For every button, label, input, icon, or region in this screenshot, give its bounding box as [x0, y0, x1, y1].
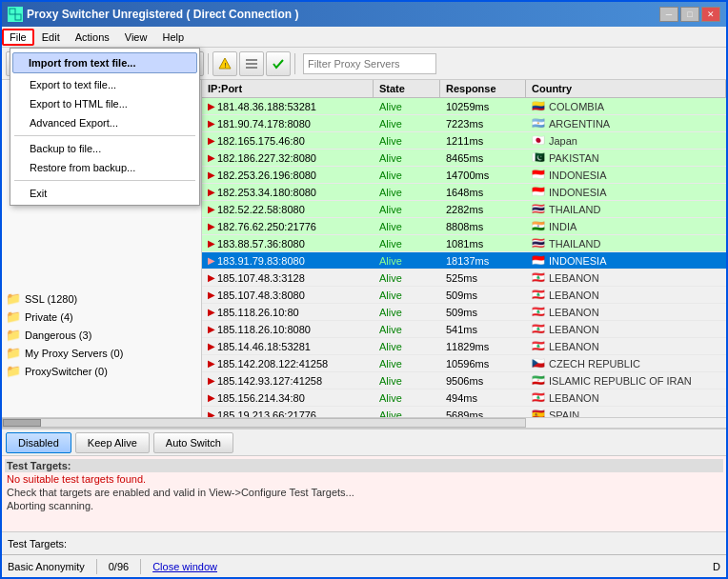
sidebar-item-proxyswitcher[interactable]: 📁 ProxySwitcher (0) — [2, 362, 201, 380]
maximize-button[interactable]: □ — [680, 7, 699, 22]
cell-country: 🇨🇿 CZECH REPUBLIC — [526, 355, 726, 371]
cell-country: 🇨🇴 COLOMBIA — [526, 98, 726, 114]
cell-state: Alive — [374, 98, 440, 114]
menu-backup[interactable]: Backup to file... — [10, 139, 199, 158]
folder-icon-private: 📁 — [6, 309, 21, 324]
col-country: Country — [526, 80, 726, 97]
country-name: LEBANON — [549, 307, 599, 318]
sidebar-item-myproxy[interactable]: 📁 My Proxy Servers (0) — [2, 344, 201, 362]
cell-response: 2282ms — [440, 201, 526, 217]
window-title: Proxy Switcher Unregistered ( Direct Con… — [27, 8, 298, 21]
ip-text: 185.142.208.122:41258 — [217, 358, 328, 369]
ip-text: 185.14.46.18:53281 — [217, 341, 311, 352]
menu-view[interactable]: View — [117, 30, 155, 45]
menu-restore[interactable]: Restore from backup... — [10, 158, 199, 177]
table-row[interactable]: ▶ 182.165.175.46:80 Alive 1211ms 🇯🇵 Japa… — [202, 132, 726, 150]
cell-response: 7223ms — [440, 115, 526, 131]
sidebar-item-ssl[interactable]: 📁 SSL (1280) — [2, 290, 201, 308]
cell-response: 5689ms — [440, 407, 526, 417]
cell-ip: ▶ 185.118.26.10:8080 — [202, 321, 374, 337]
table-row[interactable]: ▶ 183.88.57.36:8080 Alive 1081ms 🇹🇭 THAI… — [202, 235, 726, 252]
menu-sep-2 — [14, 180, 195, 181]
proxy-status-icon: ▶ — [208, 307, 215, 317]
check-button[interactable] — [266, 51, 291, 76]
table-row[interactable]: ▶ 185.142.93.127:41258 Alive 9506ms 🇮🇷 I… — [202, 372, 726, 389]
ip-text: 182.253.34.180:8080 — [217, 187, 316, 198]
close-button[interactable]: ✕ — [701, 7, 720, 22]
table-row[interactable]: ▶ 182.76.62.250:21776 Alive 8808ms 🇮🇳 IN… — [202, 218, 726, 235]
cell-ip: ▶ 185.156.214.34:80 — [202, 389, 374, 406]
ip-text: 185.107.48.3:3128 — [217, 272, 305, 284]
menu-help[interactable]: Help — [154, 30, 192, 45]
table-row[interactable]: ▶ 183.91.79.83:8080 Alive 18137ms 🇮🇩 IND… — [202, 252, 726, 270]
cell-country: 🇱🇧 LEBANON — [526, 321, 726, 337]
cell-country: 🇵🇰 PAKISTAN — [526, 150, 726, 166]
cell-state: Alive — [374, 355, 440, 371]
close-window-label[interactable]: Close window — [152, 561, 217, 572]
sidebar-label-proxyswitcher: ProxySwitcher (0) — [25, 366, 108, 377]
cell-response: 10596ms — [440, 355, 526, 371]
cell-ip: ▶ 185.142.208.122:41258 — [202, 355, 374, 371]
svg-rect-12 — [246, 59, 257, 61]
table-row[interactable]: ▶ 181.48.36.188:53281 Alive 10259ms 🇨🇴 C… — [202, 98, 726, 115]
menu-advanced-export[interactable]: Advanced Export... — [10, 113, 199, 132]
table-row[interactable]: ▶ 182.52.22.58:8080 Alive 2282ms 🇹🇭 THAI… — [202, 201, 726, 218]
filter-input[interactable] — [303, 53, 436, 74]
menu-exit[interactable]: Exit — [10, 184, 199, 203]
ip-text: 185.118.26.10:80 — [217, 307, 299, 318]
proxy-status-icon: ▶ — [208, 101, 215, 111]
table-row[interactable]: ▶ 185.156.214.34:80 Alive 494ms 🇱🇧 LEBAN… — [202, 389, 726, 407]
table-row[interactable]: ▶ 185.107.48.3:3128 Alive 525ms 🇱🇧 LEBAN… — [202, 270, 726, 287]
cell-response: 1081ms — [440, 235, 526, 251]
sidebar-item-dangerous[interactable]: 📁 Dangerous (3) — [2, 326, 201, 344]
menu-import-text[interactable]: Import from text file... — [12, 52, 197, 73]
auto-switch-button[interactable]: Auto Switch — [153, 432, 233, 453]
menu-file[interactable]: File — [2, 29, 34, 46]
table-row[interactable]: ▶ 185.107.48.3:8080 Alive 509ms 🇱🇧 LEBAN… — [202, 287, 726, 304]
country-name: THAILAND — [549, 204, 600, 215]
disabled-button[interactable]: Disabled — [6, 432, 71, 453]
cell-country: 🇱🇧 LEBANON — [526, 304, 726, 320]
table-row[interactable]: ▶ 182.186.227.32:8080 Alive 8465ms 🇵🇰 PA… — [202, 150, 726, 167]
sidebar-item-private[interactable]: 📁 Private (4) — [2, 308, 201, 326]
menu-actions[interactable]: Actions — [68, 30, 117, 45]
country-name: Japan — [549, 135, 577, 147]
country-flag: 🇦🇷 — [532, 117, 545, 130]
table-row[interactable]: ▶ 182.253.26.196:8080 Alive 14700ms 🇮🇩 I… — [202, 167, 726, 184]
menu-export-html[interactable]: Export to HTML file... — [10, 94, 199, 113]
table-row[interactable]: ▶ 185.19.213.66:21776 Alive 5689ms 🇪🇸 SP… — [202, 407, 726, 417]
cell-response: 1648ms — [440, 184, 526, 200]
list-button[interactable] — [239, 51, 264, 76]
log-header: Test Targets: — [5, 459, 723, 472]
country-flag: 🇮🇩 — [532, 254, 545, 267]
country-flag: 🇮🇳 — [532, 220, 545, 232]
cell-ip: ▶ 181.90.74.178:8080 — [202, 115, 374, 131]
title-bar: Proxy Switcher Unregistered ( Direct Con… — [2, 2, 726, 27]
cell-ip: ▶ 185.142.93.127:41258 — [202, 372, 374, 389]
country-name: LEBANON — [549, 341, 599, 352]
cell-ip: ▶ 185.14.46.18:53281 — [202, 338, 374, 354]
table-row[interactable]: ▶ 182.253.34.180:8080 Alive 1648ms 🇮🇩 IN… — [202, 184, 726, 201]
cell-country: 🇮🇩 INDONESIA — [526, 252, 726, 269]
menu-export-text[interactable]: Export to text file... — [10, 75, 199, 94]
ip-text: 182.52.22.58:8080 — [217, 204, 305, 215]
table-row[interactable]: ▶ 185.14.46.18:53281 Alive 11829ms 🇱🇧 LE… — [202, 338, 726, 355]
menu-edit[interactable]: Edit — [34, 30, 68, 45]
table-row[interactable]: ▶ 185.118.26.10:8080 Alive 541ms 🇱🇧 LEBA… — [202, 321, 726, 338]
minimize-button[interactable]: ─ — [659, 7, 678, 22]
sidebar-label-dangerous: Dangerous (3) — [25, 329, 91, 341]
cell-country: 🇹🇭 THAILAND — [526, 235, 726, 251]
warning-button[interactable]: ! — [212, 51, 237, 76]
country-flag: 🇹🇭 — [532, 203, 545, 215]
table-row[interactable]: ▶ 181.90.74.178:8080 Alive 7223ms 🇦🇷 ARG… — [202, 115, 726, 132]
table-row[interactable]: ▶ 185.142.208.122:41258 Alive 10596ms 🇨🇿… — [202, 355, 726, 372]
cell-ip: ▶ 182.165.175.46:80 — [202, 132, 374, 149]
country-flag: 🇱🇧 — [532, 306, 545, 318]
proxy-status-icon: ▶ — [208, 375, 215, 386]
proxy-status-icon: ▶ — [208, 290, 215, 300]
table-row[interactable]: ▶ 185.118.26.10:80 Alive 509ms 🇱🇧 LEBANO… — [202, 304, 726, 321]
keep-alive-button[interactable]: Keep Alive — [75, 432, 150, 453]
ip-text: 185.142.93.127:41258 — [217, 375, 322, 387]
col-state: State — [374, 80, 440, 97]
horizontal-scrollbar[interactable] — [2, 417, 726, 429]
